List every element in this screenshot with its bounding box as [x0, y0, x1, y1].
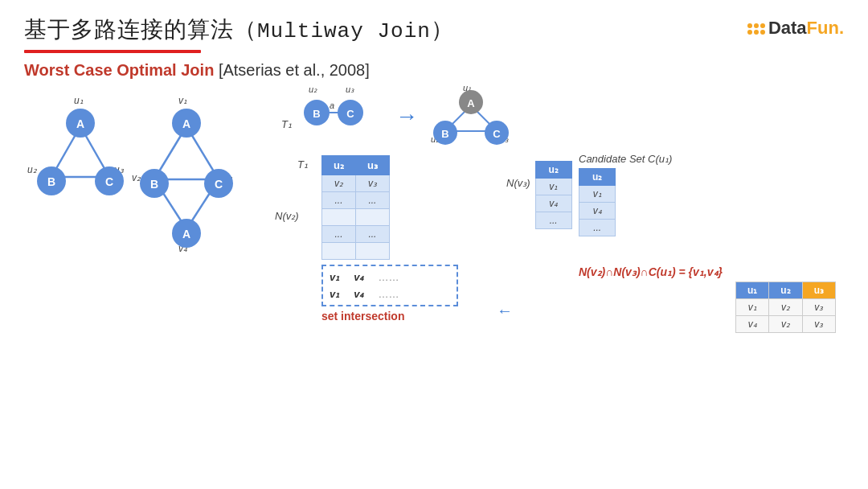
val-v1: v₁	[330, 271, 339, 283]
join-diagram-top: T₁ u₂ u₃ a B C → u₁	[281, 84, 498, 149]
val-v1-2: v₁	[330, 288, 339, 300]
dashed-row-2: v₁ v₄ ……	[323, 286, 457, 302]
graph2-svg: v₁ v₂ v₃ v₄ A B C A	[129, 92, 257, 253]
col-u3: u₃	[355, 156, 389, 175]
svg-text:u₂: u₂	[309, 84, 317, 94]
val-v4: v₄	[354, 271, 363, 283]
u1-label: u₁	[74, 95, 84, 106]
res-v3: v₃	[802, 299, 835, 316]
svg-text:A: A	[182, 228, 190, 240]
result-graph-top: u₁ u₂ u₃ A B C	[428, 84, 524, 149]
logo-dot	[747, 23, 752, 28]
dashed-row-1: v₁ v₄ ……	[323, 269, 457, 286]
result-col-u1: u₁	[735, 282, 768, 299]
result-col-u3: u₃	[802, 282, 835, 299]
result-row-1: v₁ v₂ v₃	[735, 299, 835, 316]
table-row	[322, 243, 390, 260]
table-row: v₂ v₃	[322, 175, 390, 192]
title-cn-end: ）	[431, 17, 454, 42]
result-table-wrapper: u₁ u₂ u₃ v₁ v₂ v₃ v₄ v₂ v₃	[735, 281, 836, 333]
center-area: T₁ u₂ u₃ a B C → u₁	[273, 84, 498, 430]
cell-dots2: ...	[355, 226, 389, 243]
cell-v3: v₃	[355, 175, 389, 192]
res-v1: v₁	[735, 299, 768, 316]
bac-graph: T₁ u₂ u₃ a B C	[281, 84, 386, 149]
dashed-box: v₁ v₄ …… v₁ v₄ ……	[321, 265, 458, 306]
nv3-label: N(v₃)	[506, 177, 530, 189]
svg-text:A: A	[182, 117, 190, 130]
svg-text:a: a	[330, 101, 334, 110]
intersection-formula: N(v₂)∩N(v₃)∩C(u₁) = {v₁,v₄}	[579, 265, 723, 278]
left-graphs: u₁ u₂ u₃ A B C v₁ v₂ v₃	[24, 92, 265, 430]
logo-text-orange: Fun.	[807, 18, 844, 38]
table-row: ... ...	[322, 226, 390, 243]
graph1: u₁ u₂ u₃ A B C	[24, 92, 137, 224]
logo-dots	[747, 23, 765, 35]
cell-dots: ...	[355, 192, 389, 209]
join-table: u₂ u₃ v₂ v₃ ... ...	[321, 155, 390, 260]
nv2-label: N(v₂)	[275, 210, 299, 222]
result-table: u₁ u₂ u₃ v₁ v₂ v₃ v₄ v₂ v₃	[735, 281, 836, 333]
cell-dots2: ...	[322, 226, 356, 243]
candidate-table: u₂ v₁ v₄ ...	[579, 168, 616, 236]
nv3-row: ...	[535, 212, 571, 229]
nv3-dots: ...	[535, 212, 571, 229]
svg-text:A: A	[467, 97, 475, 109]
arrow-right: →	[395, 104, 418, 129]
nv3-v4: v₄	[535, 195, 571, 212]
graph2: v₁ v₂ v₃ v₄ A B C A	[129, 92, 257, 257]
logo-dot	[747, 30, 752, 35]
cand-row: v₁	[579, 186, 616, 203]
nv3-header: u₂	[535, 162, 571, 179]
title-cn-start: 基于多路连接的算法（	[24, 17, 257, 42]
cand-row: v₄	[579, 203, 616, 220]
set-intersection-label: set intersection	[321, 310, 498, 323]
table-row	[322, 209, 390, 226]
logo: DataFun.	[747, 18, 844, 39]
row-dots-2: ……	[378, 288, 399, 300]
logo-dark: D	[768, 18, 781, 38]
cell-empty	[355, 209, 389, 226]
svg-text:C: C	[215, 178, 223, 191]
logo-dot	[754, 30, 759, 35]
cand-header: u₂	[579, 169, 616, 186]
candidate-set: Candidate Set C(u₁) u₂ v₁ v₄ ...	[579, 153, 672, 236]
res-v4: v₄	[735, 316, 768, 333]
cand-dots: ...	[579, 220, 616, 236]
join-table-wrapper: T₁ N(v₂) u₂ u₃ v₂ v₃ ...	[321, 155, 498, 323]
red-underline-bar	[24, 50, 201, 53]
res-v3b: v₃	[802, 316, 835, 333]
res-v2: v₂	[769, 299, 802, 316]
cand-v1: v₁	[579, 186, 616, 203]
nv3-table: u₂ v₁ v₄ ...	[535, 161, 572, 229]
right-area: N(v₃) u₂ v₁ v₄ ... Candidate Set C(u₁) u…	[506, 153, 844, 430]
page-title: 基于多路连接的算法（Multiway Join）	[24, 14, 454, 45]
result-col-u2: u₂	[769, 282, 802, 299]
nv3-v1: v₁	[535, 179, 571, 195]
graph1-svg: u₁ u₂ u₃ A B C	[24, 92, 137, 221]
logo-dot	[760, 30, 765, 35]
cell-empty2	[322, 243, 356, 260]
cell-empty2	[355, 243, 389, 260]
header: 基于多路连接的算法（Multiway Join） DataFun.	[0, 0, 868, 45]
col-u2: u₂	[322, 156, 356, 175]
res-v2b: v₂	[769, 316, 802, 333]
cand-v4: v₄	[579, 203, 616, 220]
cand-row: ...	[579, 220, 616, 236]
subtitle: Worst Case Optimal Join [Atserias et al.…	[0, 61, 868, 80]
svg-text:C: C	[346, 108, 354, 120]
logo-text-dark: ata	[781, 18, 807, 38]
svg-text:v₁: v₁	[178, 95, 187, 106]
subtitle-bold: Worst Case Optimal Join	[24, 61, 214, 79]
svg-text:T₁: T₁	[281, 118, 292, 130]
nv3-area: N(v₃) u₂ v₁ v₄ ...	[506, 161, 572, 229]
row-dots: ……	[378, 271, 399, 283]
subtitle-normal: [Atserias et al., 2008]	[214, 61, 369, 79]
cell-dots: ...	[322, 192, 356, 209]
u2-label: u₂	[27, 164, 38, 175]
t1-label: T₁	[297, 158, 308, 171]
nv3-row: v₄	[535, 195, 571, 212]
svg-text:A: A	[76, 117, 84, 130]
svg-text:C: C	[493, 128, 501, 140]
title-mono: Multiway Join	[257, 19, 431, 43]
